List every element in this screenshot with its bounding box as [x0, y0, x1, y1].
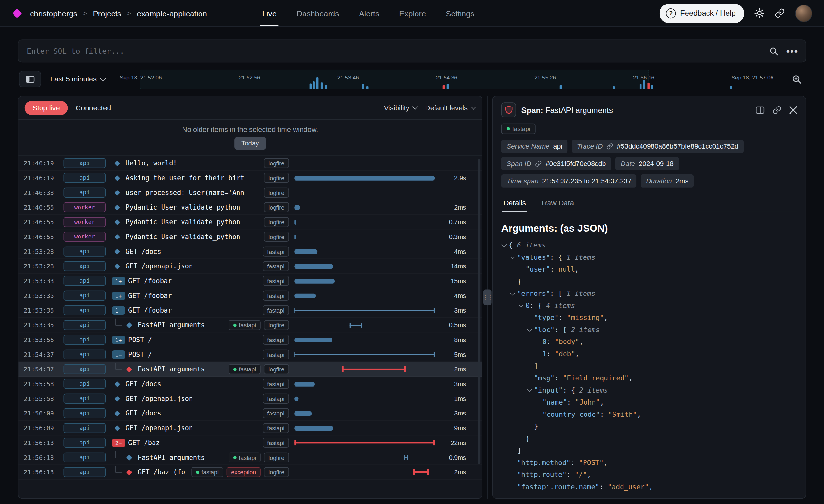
sql-filter-input[interactable]	[26, 46, 761, 56]
collapse-count-badge[interactable]: 1−	[112, 350, 125, 359]
span-detail-header: Span: FastAPI arguments	[502, 102, 797, 117]
duration-bar	[294, 249, 317, 254]
nav-tab-explore[interactable]: Explore	[389, 0, 436, 26]
logfire-logo-icon[interactable]	[12, 8, 22, 18]
duration-label: 1ms	[441, 395, 466, 402]
stop-live-button[interactable]: Stop live	[25, 101, 68, 115]
timeline[interactable]: Sep 18, 21:52:0621:52:5621:53:4621:54:36…	[116, 68, 777, 90]
tab-raw-data[interactable]: Raw Data	[541, 196, 575, 212]
trace-message: FastAPI arguments	[138, 365, 205, 373]
breadcrumb-item-example-application[interactable]: example-application	[137, 9, 207, 18]
trace-row[interactable]: 21:56:13api2−GET /bazfastapi22ms	[18, 435, 482, 450]
json-line: }	[502, 420, 797, 432]
time-range-selector[interactable]: Last 5 minutes	[50, 75, 107, 83]
trace-tags: fastapi	[263, 276, 289, 286]
trace-row[interactable]: 21:46:19apiAsking the user for their bir…	[18, 171, 482, 186]
service-tag-api: api	[64, 173, 106, 183]
trace-message: GET /baz	[128, 439, 160, 446]
tag-fastapi: fastapi	[191, 467, 223, 477]
trace-row[interactable]: 21:53:35apiFastAPI argumentsfastapilogfi…	[18, 318, 482, 333]
search-icon[interactable]	[769, 46, 779, 56]
trace-tags: fastapi	[263, 423, 289, 433]
breadcrumb-item-christophergs[interactable]: christophergs	[30, 9, 77, 18]
duration-bar-zone	[294, 332, 439, 346]
feedback-help-button[interactable]: ? Feedback / Help	[660, 4, 744, 23]
scrollbar-thumb[interactable]	[478, 159, 480, 464]
link-icon[interactable]	[606, 143, 613, 149]
trace-tags: logfire	[264, 202, 289, 212]
trace-row[interactable]: 21:46:55workerPydantic User validate_pyt…	[18, 200, 482, 215]
collapse-chevron-icon[interactable]	[502, 242, 507, 247]
nav-tab-dashboards[interactable]: Dashboards	[287, 0, 349, 26]
collapse-count-badge[interactable]: 1+	[112, 277, 125, 285]
trace-row[interactable]: 21:56:13apiFastAPI argumentsfastapilogfi…	[18, 450, 482, 465]
trace-row[interactable]: 21:56:09apiGET /openapi.jsonfastapi9ms	[18, 421, 482, 436]
user-avatar[interactable]	[795, 4, 812, 22]
trace-row[interactable]: 21:56:13apiGET /baz (fofastapiexceptionl…	[18, 465, 482, 480]
link-icon[interactable]	[535, 160, 542, 167]
zoom-icon[interactable]	[792, 74, 802, 84]
json-line: { 6 items	[502, 239, 797, 251]
trace-row[interactable]: 21:46:55workerPydantic User validate_pyt…	[18, 229, 482, 244]
more-options-icon[interactable]: •••	[786, 46, 798, 56]
span-diamond-icon	[114, 425, 120, 431]
tag-logfire: logfire	[264, 202, 289, 212]
collapse-count-badge[interactable]: 1−	[112, 306, 125, 314]
visibility-dropdown[interactable]: Visibility	[384, 104, 417, 111]
tag-fastapi: fastapi	[263, 394, 289, 404]
copy-link-icon[interactable]	[772, 105, 782, 114]
histogram-bar	[442, 85, 445, 89]
trace-row[interactable]: 21:46:19apiHello, world!logfire	[18, 156, 482, 171]
breadcrumb-separator: >	[83, 9, 87, 17]
trace-row[interactable]: 21:53:28apiGET /openapi.jsonfastapi14ms	[18, 259, 482, 274]
trace-row[interactable]: 21:46:55workerPydantic User validate_pyt…	[18, 215, 482, 230]
open-side-panel-icon[interactable]	[756, 106, 765, 114]
duration-label: 0.3ms	[441, 233, 466, 240]
field-duration: Duration2ms	[641, 175, 694, 188]
collapse-count-badge[interactable]: 1+	[112, 291, 125, 300]
duration-label: 5ms	[441, 351, 466, 358]
service-tag-api: api	[64, 320, 106, 330]
trace-row[interactable]: 21:56:09apiGET /docsfastapi3ms	[18, 406, 482, 421]
tag-fastapi: fastapi	[263, 438, 289, 448]
trace-row[interactable]: 21:46:33apiuser processed: User(name='An…	[18, 185, 482, 200]
breadcrumb-item-projects[interactable]: Projects	[93, 9, 121, 18]
service-tag-api: api	[64, 276, 106, 286]
sidebar-toggle-button[interactable]	[19, 71, 41, 87]
default-levels-dropdown[interactable]: Default levels	[425, 104, 476, 111]
share-link-icon[interactable]	[775, 8, 785, 18]
trace-row[interactable]: 21:53:35api1+GET /foobarfastapi4ms	[18, 288, 482, 303]
close-icon[interactable]	[789, 106, 797, 114]
collapse-chevron-icon[interactable]	[510, 254, 515, 259]
duration-bar	[294, 205, 300, 210]
nav-tab-settings[interactable]: Settings	[436, 0, 485, 26]
nav-tab-live[interactable]: Live	[252, 0, 287, 26]
collapse-chevron-icon[interactable]	[510, 290, 515, 295]
question-icon: ?	[666, 8, 676, 18]
span-icon-zone	[112, 397, 123, 401]
panel-resize-handle[interactable]: ⋮⋮	[484, 289, 491, 305]
trace-row[interactable]: 21:55:58apiGET /docsfastapi3ms	[18, 377, 482, 392]
trace-row[interactable]: 21:53:35api1−GET /foobarfastapi3ms	[18, 303, 482, 318]
trace-row[interactable]: 21:54:37apiFastAPI argumentsfastapilogfi…	[18, 362, 482, 377]
histogram-bar	[639, 84, 641, 89]
trace-row[interactable]: 21:54:37api1−POST /fastapi5ms	[18, 347, 482, 362]
collapse-chevron-icon[interactable]	[527, 327, 532, 332]
collapse-chevron-icon[interactable]	[519, 303, 524, 308]
duration-label: 0.9ms	[441, 454, 466, 461]
collapse-count-badge[interactable]: 1+	[112, 335, 125, 344]
collapse-chevron-icon[interactable]	[527, 387, 532, 392]
trace-tags: logfire	[264, 173, 289, 183]
collapse-count-badge[interactable]: 2−	[112, 438, 125, 447]
duration-label: 2ms	[441, 204, 466, 211]
nav-tab-alerts[interactable]: Alerts	[349, 0, 390, 26]
today-button[interactable]: Today	[235, 137, 266, 149]
sql-filter-bar: •••	[18, 39, 806, 63]
trace-row[interactable]: 21:53:33api1+GET /foobarfastapi15ms	[18, 274, 482, 289]
tab-details[interactable]: Details	[502, 196, 527, 212]
timeline-selection[interactable]	[140, 70, 649, 90]
trace-row[interactable]: 21:55:58apiGET /openapi.jsonfastapi1ms	[18, 391, 482, 406]
trace-row[interactable]: 21:53:56api1+POST /fastapi8ms	[18, 332, 482, 347]
trace-row[interactable]: 21:53:28apiGET /docsfastapi4ms	[18, 244, 482, 259]
theme-toggle-icon[interactable]	[754, 8, 765, 18]
